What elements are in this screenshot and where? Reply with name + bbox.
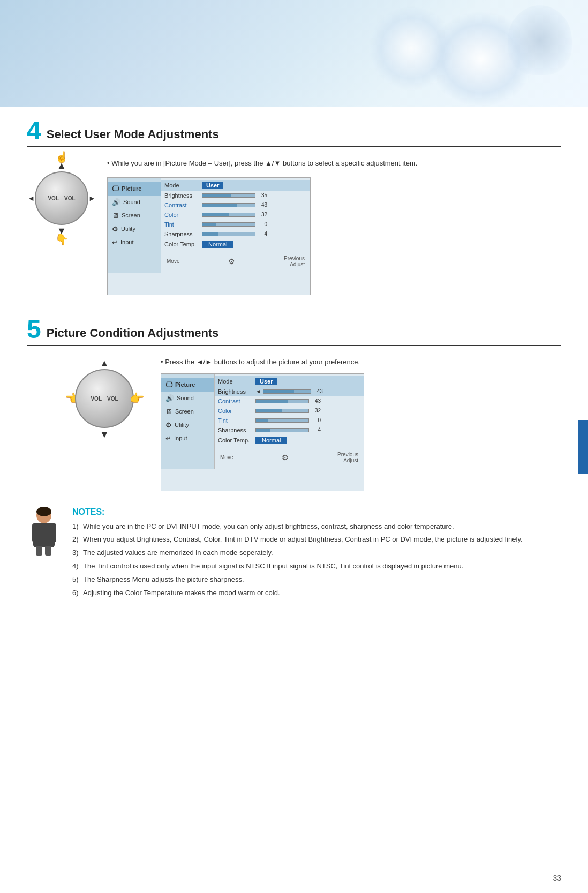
osd-contrast-track-4 xyxy=(202,203,255,207)
osd-color-bar-5: 32 xyxy=(255,408,360,414)
osd-footer-move-5: Move xyxy=(220,454,233,460)
osd-sharpness-bar-4: 4 xyxy=(202,231,307,237)
notes-item-6: Adjusting the Color Temperature makes th… xyxy=(72,588,561,599)
section-5-header: 5 Picture Condition Adjustments xyxy=(27,317,561,346)
osd-colortemp-badge-area-4: Normal xyxy=(202,241,307,248)
dandelion-decoration xyxy=(508,5,572,75)
osd-menu-sound-4: 🔊 Sound xyxy=(108,196,161,209)
section-4-header: 4 Select User Mode Adjustments xyxy=(27,118,561,147)
osd-menu-label-sound-4: Sound xyxy=(123,199,140,205)
section-4-number: 4 xyxy=(27,118,41,144)
osd-inner-5: 🖵 Picture 🔊 Sound 🖥 Screen xyxy=(161,374,364,469)
osd-footer-4: Move ⚙ PreviousAdjust xyxy=(161,252,310,271)
vol-right-4: VOL xyxy=(64,196,76,201)
osd-color-label-5: Color xyxy=(218,408,255,414)
osd-mode-badge-area-5: User xyxy=(255,378,360,385)
osd-colortemp-label-5: Color Temp. xyxy=(218,437,255,444)
svg-rect-4 xyxy=(50,523,56,542)
section-5-instruction: • Press the ◄/► buttons to adjust the pi… xyxy=(161,354,360,368)
osd-footer-icon-5: ⚙ xyxy=(282,453,289,462)
input-icon-4: ↵ xyxy=(112,238,118,246)
osd-color-track-4 xyxy=(202,213,255,217)
osd-menu-input-4: ↵ Input xyxy=(108,236,161,249)
osd-tint-fill-5 xyxy=(256,419,268,422)
osd-contrast-label-5: Contrast xyxy=(218,398,255,404)
controller-5: ▲ 👈 VOL VOL 👉 ▼ xyxy=(59,354,150,445)
section-4-instruction: • While you are in [Picture Mode – User]… xyxy=(107,155,561,172)
osd-sharpness-fill-5 xyxy=(256,429,270,432)
page-number: 33 xyxy=(553,874,561,882)
osd-contrast-fill-5 xyxy=(256,400,288,403)
osd-menu-col-5: 🖵 Picture 🔊 Sound 🖥 Screen xyxy=(161,374,215,469)
osd-content-col-4: Mode User Brightness xyxy=(161,178,310,273)
section-5-title: Picture Condition Adjustments xyxy=(47,326,219,342)
ctrl5-disk[interactable]: VOL VOL xyxy=(75,369,134,428)
osd-sharpness-fill-4 xyxy=(202,232,218,236)
osd-sharpness-row-5: Sharpness 4 xyxy=(215,425,364,435)
vol-right-5: VOL xyxy=(107,396,118,402)
notes-section: NOTES: While you are in the PC or DVI IN… xyxy=(27,507,561,601)
osd-contrast-value-5: 43 xyxy=(311,398,321,404)
osd-menu-picture-4: 🖵 Picture xyxy=(108,182,161,196)
osd-contrast-track-5 xyxy=(255,399,309,403)
osd-menu-label-screen-5: Screen xyxy=(175,408,194,415)
osd-brightness-label-5: Brightness xyxy=(218,388,255,395)
notes-item-2: When you adjust Brightness, Contrast, Co… xyxy=(72,534,561,545)
osd-brightness-bar-5: ◄ 43 xyxy=(255,388,360,394)
osd-tint-bar-4: 0 xyxy=(202,221,307,227)
osd-menu-label-input-5: Input xyxy=(174,435,187,441)
notes-content: NOTES: While you are in the PC or DVI IN… xyxy=(72,507,561,601)
osd-menu-utility-4: ⚙ Utility xyxy=(108,222,161,236)
osd-color-row-5: Color 32 xyxy=(215,406,364,416)
vol-left-4: VOL xyxy=(48,196,59,201)
utility-icon-4: ⚙ xyxy=(112,225,118,233)
osd-tint-label-5: Tint xyxy=(218,417,255,424)
osd-brightness-row-5: Brightness ◄ 43 xyxy=(215,387,364,396)
ctrl-disk-4[interactable]: VOL VOL xyxy=(35,171,88,225)
osd-sharpness-row-4: Sharpness 4 xyxy=(161,229,310,239)
osd-tint-bar-5: 0 xyxy=(255,417,360,423)
osd-contrast-value-4: 43 xyxy=(258,202,267,208)
osd-menu-label-picture-5: Picture xyxy=(175,381,195,388)
osd-mode-value-4: User xyxy=(202,182,223,189)
osd-footer-move-4: Move xyxy=(167,258,179,264)
osd-color-label-4: Color xyxy=(164,212,202,218)
osd-colortemp-badge-area-5: Normal xyxy=(255,437,360,444)
finger-top-icon-4: ☝ xyxy=(55,151,69,163)
osd-brightness-fill-4 xyxy=(202,194,231,197)
osd-color-fill-4 xyxy=(202,213,229,216)
osd-menu-label-utility-5: Utility xyxy=(175,422,189,428)
osd-menu-input-5: ↵ Input xyxy=(161,432,214,445)
osd-box-4: 🖵 Picture 🔊 Sound 🖥 Screen xyxy=(107,177,311,295)
osd-menu-picture-5: 🖵 Picture xyxy=(161,378,214,392)
osd-footer-adjust-5: PreviousAdjust xyxy=(337,452,358,463)
osd-mode-value-5: User xyxy=(255,378,277,385)
osd-brightness-track-4 xyxy=(202,193,255,198)
osd-contrast-fill-4 xyxy=(202,204,237,207)
osd-sharpness-value-4: 4 xyxy=(258,231,267,237)
picture-icon-5: 🖵 xyxy=(165,381,172,389)
osd-menu-screen-4: 🖥 Screen xyxy=(108,209,161,222)
section-4-body: ☝ ▲ ◄ VOL VOL ► ▼ 👇 xyxy=(27,155,561,295)
osd-box-5: 🖵 Picture 🔊 Sound 🖥 Screen xyxy=(161,373,364,491)
input-icon-5: ↵ xyxy=(165,434,171,442)
osd-colortemp-row-5: Color Temp. Normal xyxy=(215,435,364,446)
ctrl-disk-labels-4: VOL VOL xyxy=(48,196,75,201)
osd-mode-label-4: Mode xyxy=(164,182,202,189)
osd-menu-sound-5: 🔊 Sound xyxy=(161,392,214,405)
controller-area-5: ▲ 👈 VOL VOL 👉 ▼ xyxy=(59,354,150,445)
picture-icon-4: 🖵 xyxy=(112,185,119,193)
section-5-right: • Press the ◄/► buttons to adjust the pi… xyxy=(161,354,364,491)
osd-sharpness-track-4 xyxy=(202,232,255,236)
osd-brightness-fill-5 xyxy=(263,390,294,393)
arrow-up-5: ▲ xyxy=(100,358,109,368)
osd-tint-fill-4 xyxy=(202,223,216,226)
osd-menu-utility-5: ⚙ Utility xyxy=(161,418,214,432)
osd-color-value-4: 32 xyxy=(258,212,267,217)
osd-contrast-row-4: Contrast 43 xyxy=(161,200,310,210)
osd-tint-row-4: Tint 0 xyxy=(161,220,310,229)
notes-item-5: The Sharpness Menu adjusts the picture s… xyxy=(72,574,561,586)
svg-rect-6 xyxy=(45,546,51,556)
osd-contrast-label-4: Contrast xyxy=(164,202,202,208)
osd-footer-5: Move ⚙ PreviousAdjust xyxy=(215,448,364,467)
